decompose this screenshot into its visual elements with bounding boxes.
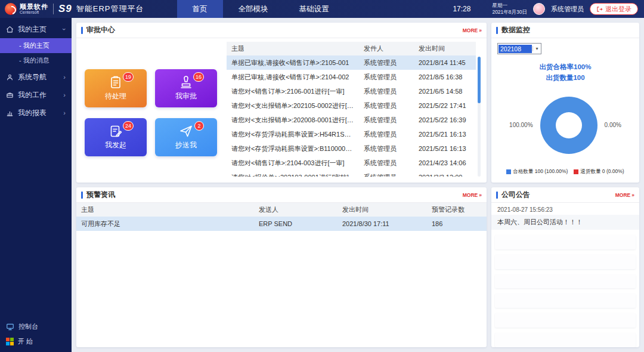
- sidebar-item-my-home[interactable]: 我的主页 ›: [0, 20, 72, 38]
- approval-table-wrap: 主题 发件人 发出时间 单据已审核,请接收<销售订单>:2105-001系统管理…: [227, 42, 481, 177]
- stamp-icon: [179, 75, 193, 89]
- my-approvals-count-badge: 16: [193, 72, 204, 82]
- pass-rate-stat: 出货合格率100%: [497, 61, 633, 72]
- approval-row[interactable]: 请您对<销售订单>:2104-003进行[一审]系统管理员2021/4/23 1…: [227, 156, 476, 170]
- console-button[interactable]: 控制台: [6, 322, 66, 331]
- warning-panel-title: 预警资讯: [86, 190, 115, 200]
- edit-document-icon: [109, 124, 123, 138]
- sidebar-item-my-reports[interactable]: 我的报表 ›: [0, 104, 72, 122]
- weekday-label: 星期一: [492, 2, 527, 9]
- monitor-panel-title: 数据监控: [501, 25, 530, 35]
- warning-row[interactable]: 可用库存不足 ERP SEND 2021/8/30 17:11 186: [76, 217, 487, 231]
- sidebar-subitem-my-messages[interactable]: 我的消息: [0, 53, 72, 68]
- pending-count-badge: 19: [123, 72, 134, 82]
- approval-table: 主题 发件人 发出时间 单据已审核,请接收<销售订单>:2105-001系统管理…: [227, 42, 476, 177]
- title-accent-bar: [81, 192, 83, 199]
- announcement-empty-row: [495, 294, 636, 308]
- sidebar-subitem-my-home[interactable]: 我的主页: [0, 38, 72, 53]
- sidebar-item-label: 系统导航: [18, 72, 47, 82]
- title-accent-bar: [496, 192, 498, 199]
- legend-swatch-blue: [506, 169, 511, 174]
- top-header: 顺景软件 Centersoft S9 智能ERP管理平台 首页 全部模块 基础设…: [0, 0, 644, 18]
- cc-count-badge: 2: [194, 121, 204, 131]
- tab-all-modules[interactable]: 全部模块: [223, 0, 284, 18]
- approval-panel-header: 审批中心 MORE»: [76, 23, 487, 38]
- chevron-down-icon: ›: [61, 28, 68, 30]
- approval-row[interactable]: 请您对<支出报销单>:202008-0001进行[审核]系统管理员2021/5/…: [227, 113, 476, 127]
- dropdown-arrow-icon: ▾: [532, 46, 541, 51]
- start-label: 开 始: [18, 337, 33, 346]
- donut-left-label: 100.00%: [509, 122, 532, 128]
- monitor-panel-body: 202108 ▾ 出货合格率100% 出货数量100 100.00% 0.00%…: [491, 38, 639, 183]
- approval-row[interactable]: 请您对<存货浮动耗损率设置>:H54R1S006002进行[审核]系统管理员20…: [227, 127, 476, 141]
- col-sender: 发件人: [359, 42, 414, 55]
- chevron-right-icon: ›: [63, 91, 66, 98]
- chevron-right-icon: ›: [63, 73, 66, 81]
- col-time: 发出时间: [414, 42, 476, 55]
- legend-qualified: 合格数量 100 (100.00%): [506, 168, 568, 175]
- period-select[interactable]: 202108 ▾: [497, 43, 541, 54]
- start-button[interactable]: 开 始: [6, 337, 66, 346]
- initiated-count-badge: 24: [123, 121, 134, 131]
- logout-label: 退出登录: [605, 5, 631, 14]
- announcement-timestamp: 2021-08-27 15:56:23: [491, 203, 639, 215]
- approval-scrollbar[interactable]: [478, 57, 481, 177]
- announcement-panel: 公司公告 MORE» 2021-08-27 15:56:23 本周六、周日公司活…: [491, 187, 639, 347]
- announcement-empty-row: [495, 313, 636, 328]
- announcement-content[interactable]: 本周六、周日公司活动！！！: [491, 215, 639, 230]
- announcement-empty-row: [495, 333, 636, 347]
- more-arrow-icon: »: [631, 192, 634, 198]
- announcement-empty-row: [495, 235, 636, 249]
- donut-chart-row: 100.00% 0.00%: [497, 97, 633, 154]
- username[interactable]: 系统管理员: [551, 5, 584, 14]
- approval-row[interactable]: 请您对<报价单>:202103-0001进行[审核]系统管理员2021/3/3 …: [227, 170, 476, 177]
- top-nav: 首页 全部模块 基础设置: [177, 0, 345, 18]
- product-badge: S9: [58, 3, 72, 15]
- approval-row[interactable]: 请您对<销售订单>:2106-001进行[一审]系统管理员2021/6/5 14…: [227, 84, 476, 98]
- user-avatar[interactable]: [533, 3, 545, 15]
- sidebar-item-system-nav[interactable]: 系统导航 ›: [0, 68, 72, 86]
- main-content: 审批中心 MORE» 19 待处理 16 我审批 24: [72, 18, 644, 352]
- tile-initiated-by-me[interactable]: 24 我发起: [85, 118, 147, 156]
- sidebar-item-my-work[interactable]: 我的工作 ›: [0, 86, 72, 104]
- clipboard-icon: [109, 75, 123, 89]
- tile-pending[interactable]: 19 待处理: [85, 69, 147, 107]
- tab-home[interactable]: 首页: [177, 0, 223, 18]
- approval-more-link[interactable]: MORE»: [463, 27, 482, 33]
- bar-chart-icon: [6, 109, 14, 117]
- approval-row[interactable]: 请您对<支出报销单>:202105-0002进行[审核]系统管理员2021/5/…: [227, 98, 476, 113]
- warning-more-link[interactable]: MORE»: [463, 192, 482, 198]
- sidebar-item-label: 我的报表: [18, 108, 47, 118]
- data-monitor-panel: 数据监控 202108 ▾ 出货合格率100% 出货数量100 100.00% …: [491, 23, 639, 183]
- tile-label: 我审批: [175, 91, 197, 101]
- chevron-right-icon: ›: [63, 109, 66, 116]
- logo-title: 顺景软件: [20, 4, 48, 11]
- approval-row[interactable]: 请您对<存货浮动耗损率设置>:B11000001进行[审核]系统管理员2021/…: [227, 141, 476, 156]
- tile-label: 抄送我: [175, 140, 197, 150]
- announcement-more-link[interactable]: MORE»: [615, 192, 634, 198]
- tile-my-approvals[interactable]: 16 我审批: [155, 69, 217, 107]
- home-icon: [6, 26, 14, 33]
- sidebar-item-label: 我的工作: [18, 90, 47, 100]
- legend-returned: 退货数量 0 (0.00%): [574, 168, 624, 175]
- warning-table: 主题 发送人 发出时间 预警记录数 可用库存不足 ERP SEND 2021/8…: [76, 203, 487, 231]
- period-value: 202108: [499, 45, 532, 53]
- announcement-empty-row: [495, 255, 636, 269]
- col-time: 发出时间: [338, 203, 427, 217]
- more-arrow-icon: »: [479, 192, 482, 198]
- tile-cc-me[interactable]: 2 抄送我: [155, 118, 217, 156]
- tab-basic-settings[interactable]: 基础设置: [284, 0, 345, 18]
- paper-plane-icon: [179, 124, 193, 138]
- approval-row[interactable]: 单据已审核,请接收<销售订单>:2105-001系统管理员2021/8/14 1…: [227, 55, 476, 70]
- more-arrow-icon: »: [479, 27, 482, 33]
- logout-button[interactable]: 退出登录: [590, 3, 638, 15]
- approval-row[interactable]: 单据已审核,请接收<销售订单>:2104-002系统管理员2021/8/5 16…: [227, 70, 476, 84]
- announcement-panel-title: 公司公告: [501, 190, 530, 200]
- col-subject: 主题: [227, 42, 359, 55]
- tile-label: 我发起: [105, 140, 126, 150]
- col-sender: 发送人: [254, 203, 338, 217]
- brand-divider: [53, 4, 54, 14]
- sidebar-item-label: 我的主页: [18, 24, 47, 35]
- legend-swatch-red: [574, 169, 578, 174]
- sidebar-footer: 控制台 开 始: [0, 317, 72, 352]
